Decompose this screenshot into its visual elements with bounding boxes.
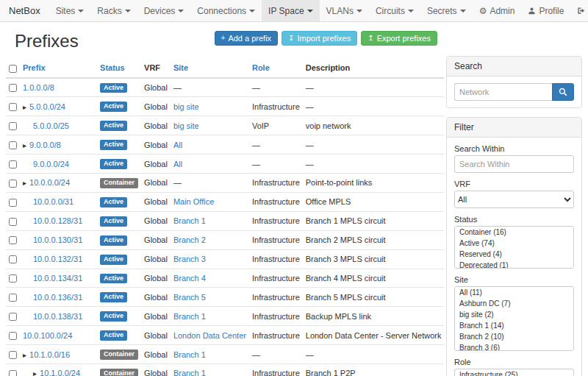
- import-prefixes-button[interactable]: ↧Import prefixes: [282, 31, 357, 46]
- row-checkbox[interactable]: [9, 351, 17, 359]
- expand-caret-icon[interactable]: ▸: [23, 141, 26, 149]
- listbox-option[interactable]: All (11): [455, 287, 573, 298]
- prefix-link[interactable]: 10.1.0.0/24: [40, 369, 80, 376]
- row-checkbox[interactable]: [9, 236, 17, 244]
- site-link[interactable]: All: [173, 160, 182, 169]
- vrf-select[interactable]: All: [454, 191, 574, 208]
- row-checkbox[interactable]: [9, 122, 17, 130]
- site-link[interactable]: Branch 3: [173, 255, 206, 263]
- row-checkbox[interactable]: [9, 160, 17, 169]
- nav-item-secrets[interactable]: Secrets: [420, 0, 473, 21]
- site-link[interactable]: Branch 1: [173, 369, 206, 376]
- search-input[interactable]: [454, 83, 552, 101]
- nav-item-admin[interactable]: ⚙ Admin: [473, 0, 522, 21]
- nav-item-connections[interactable]: Connections: [190, 0, 262, 21]
- row-checkbox[interactable]: [9, 294, 17, 302]
- listbox-option[interactable]: Ashburn DC (7): [455, 298, 573, 309]
- prefix-link[interactable]: 1.0.0.0/8: [23, 83, 54, 92]
- site-listbox[interactable]: All (11)Ashburn DC (7)big site (2)Branch…: [454, 286, 574, 351]
- nav-item-sites[interactable]: Sites: [49, 0, 91, 21]
- prefix-link[interactable]: 10.0.100.0/24: [23, 331, 72, 340]
- site-link[interactable]: Branch 5: [173, 293, 206, 302]
- row-checkbox[interactable]: [9, 141, 17, 149]
- row-checkbox[interactable]: [9, 332, 17, 340]
- filter-panel-title: Filter: [447, 118, 581, 138]
- prefix-link[interactable]: 10.1.0.0/16: [29, 350, 70, 359]
- listbox-option[interactable]: Branch 1 (14): [455, 320, 573, 331]
- prefix-link[interactable]: 10.0.0.136/31: [33, 293, 82, 302]
- vrf-cell: Global: [141, 345, 171, 364]
- listbox-option[interactable]: Deprecated (1): [455, 260, 573, 269]
- prefix-link[interactable]: 5.0.0.0/24: [29, 102, 65, 111]
- site-link[interactable]: Branch 1: [173, 350, 206, 359]
- listbox-option[interactable]: Branch 3 (6): [455, 342, 573, 351]
- column-header-role[interactable]: Role: [249, 59, 303, 78]
- description-cell: voip network: [303, 116, 445, 135]
- site-link[interactable]: big site: [173, 102, 199, 111]
- site-link[interactable]: Branch 1: [173, 216, 206, 225]
- listbox-option[interactable]: Infrastructure (25): [455, 369, 573, 376]
- status-listbox[interactable]: Container (16)Active (74)Reserved (4)Dep…: [454, 226, 574, 269]
- table-row: 10.0.0.134/31ActiveGlobalBranch 4Infrast…: [6, 269, 444, 288]
- listbox-option[interactable]: big site (2): [455, 309, 573, 320]
- nav-item-circuits[interactable]: Circuits: [369, 0, 420, 21]
- select-all-checkbox[interactable]: [9, 65, 17, 73]
- nav-item-logout[interactable]: Log out: [570, 0, 588, 21]
- description-cell: Point-to-point links: [303, 174, 445, 193]
- brand[interactable]: NetBox: [0, 0, 49, 21]
- prefix-link[interactable]: 10.0.0.0/31: [33, 197, 74, 206]
- nav-item-devices[interactable]: Devices: [137, 0, 191, 21]
- site-link[interactable]: All: [173, 141, 182, 149]
- row-checkbox[interactable]: [9, 84, 17, 92]
- prefix-link[interactable]: 10.0.0.130/31: [33, 235, 82, 244]
- role-cell: Infrastructure: [249, 363, 303, 376]
- description-cell: Branch 1 P2P: [303, 363, 445, 376]
- export-prefixes-button[interactable]: ↥Export prefixes: [361, 31, 437, 46]
- site-link[interactable]: Branch 1: [173, 312, 206, 321]
- column-header-site[interactable]: Site: [171, 59, 249, 78]
- nav-item-racks[interactable]: Racks: [90, 0, 137, 21]
- listbox-option[interactable]: Active (74): [455, 238, 573, 249]
- gear-icon: ⚙: [479, 7, 487, 15]
- site-link[interactable]: Branch 2: [173, 235, 206, 244]
- prefix-link[interactable]: 9.0.0.0/24: [33, 160, 69, 169]
- column-header-prefix[interactable]: Prefix: [20, 59, 97, 78]
- status-cell: Active: [97, 249, 141, 269]
- prefix-link[interactable]: 10.0.0.128/31: [33, 216, 82, 225]
- column-header-status[interactable]: Status: [97, 59, 141, 78]
- search-within-input[interactable]: [454, 155, 574, 173]
- expand-caret-icon[interactable]: ▸: [23, 103, 26, 111]
- prefix-link[interactable]: 5.0.0.0/25: [33, 121, 69, 130]
- site-link[interactable]: Branch 4: [173, 274, 206, 283]
- listbox-option[interactable]: Container (16): [455, 227, 573, 238]
- site-cell: Branch 4: [171, 269, 249, 288]
- expand-caret-icon[interactable]: ▸: [33, 369, 37, 376]
- row-checkbox[interactable]: [9, 370, 17, 376]
- expand-caret-icon[interactable]: ▸: [23, 351, 26, 359]
- row-checkbox[interactable]: [9, 255, 17, 263]
- nav-item-vlans[interactable]: VLANs: [320, 0, 369, 21]
- nav-item-profile[interactable]: Profile: [521, 0, 570, 21]
- row-checkbox[interactable]: [9, 313, 17, 321]
- row-checkbox[interactable]: [9, 199, 17, 207]
- row-checkbox[interactable]: [9, 274, 17, 283]
- prefix-link[interactable]: 10.0.0.132/31: [33, 255, 82, 263]
- role-listbox[interactable]: Infrastructure (25)Management (8)Private…: [454, 369, 574, 376]
- listbox-option[interactable]: Branch 2 (10): [455, 331, 573, 342]
- site-link[interactable]: Main Office: [173, 197, 214, 206]
- site-link[interactable]: London Data Center: [173, 331, 246, 340]
- site-link[interactable]: big site: [173, 121, 199, 130]
- table-row: 10.0.0.130/31ActiveGlobalBranch 2Infrast…: [6, 230, 444, 249]
- listbox-option[interactable]: Reserved (4): [455, 249, 573, 260]
- prefix-link[interactable]: 10.0.0.138/31: [33, 312, 82, 321]
- prefix-link[interactable]: 9.0.0.0/8: [29, 141, 61, 149]
- search-button[interactable]: [552, 83, 574, 101]
- nav-item-ip-space[interactable]: IP Space: [262, 0, 319, 21]
- row-checkbox[interactable]: [9, 218, 17, 226]
- prefix-link[interactable]: 10.0.0.0/24: [29, 178, 70, 187]
- row-checkbox[interactable]: [9, 103, 17, 111]
- prefix-link[interactable]: 10.0.0.134/31: [33, 274, 82, 283]
- expand-caret-icon[interactable]: ▸: [23, 179, 26, 187]
- add-prefix-button[interactable]: +Add a prefix: [215, 31, 279, 46]
- row-checkbox[interactable]: [9, 180, 17, 188]
